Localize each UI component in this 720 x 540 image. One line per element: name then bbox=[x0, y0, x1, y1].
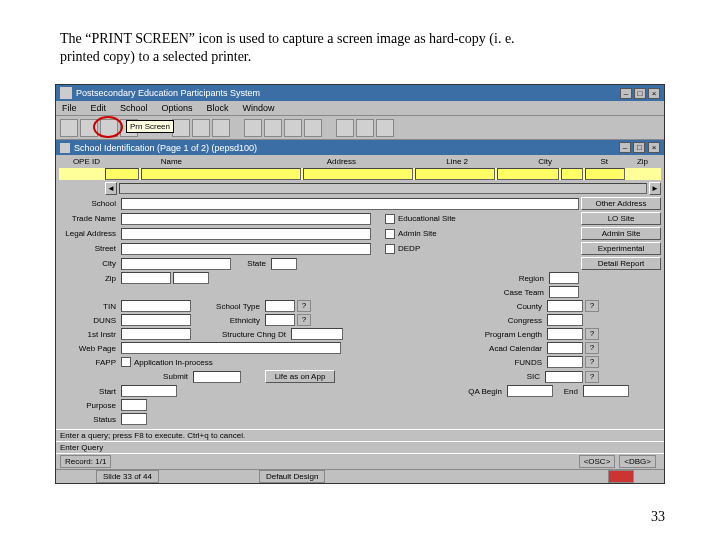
field-qa-begin[interactable] bbox=[507, 385, 553, 397]
field-street2[interactable] bbox=[121, 243, 371, 255]
label-school: School bbox=[59, 199, 119, 208]
toolbar-button-7[interactable] bbox=[212, 119, 230, 137]
app-window: Postsecondary Education Participants Sys… bbox=[55, 84, 665, 484]
menu-edit[interactable]: Edit bbox=[91, 103, 107, 113]
highlight-oval bbox=[93, 116, 123, 138]
experimental-button[interactable]: Experimental bbox=[581, 242, 661, 255]
toolbar-button-14[interactable] bbox=[376, 119, 394, 137]
child-titlebar: School Identification (Page 1 of 2) (pep… bbox=[56, 140, 664, 155]
taskbar: Slide 33 of 44 Default Design bbox=[56, 469, 664, 483]
field-street[interactable] bbox=[121, 228, 371, 240]
checkbox-educational-site[interactable]: Educational Site bbox=[385, 214, 456, 224]
field-region[interactable] bbox=[549, 272, 579, 284]
titlebar: Postsecondary Education Participants Sys… bbox=[56, 85, 664, 101]
lo-site-button[interactable]: LO Site bbox=[581, 212, 661, 225]
other-address-button[interactable]: Other Address bbox=[581, 197, 661, 210]
caption-line1: The “PRINT SCREEN” icon is used to captu… bbox=[60, 31, 515, 46]
label-tin: TIN bbox=[59, 302, 119, 311]
admin-site-button[interactable]: Admin Site bbox=[581, 227, 661, 240]
label-legal-address: Legal Address bbox=[59, 230, 119, 238]
toolbar-button-8[interactable] bbox=[244, 119, 262, 137]
field-st[interactable] bbox=[561, 168, 583, 180]
caption-line2: printed copy) to a selected printer. bbox=[60, 49, 251, 64]
menu-school[interactable]: School bbox=[120, 103, 148, 113]
field-purpose[interactable] bbox=[121, 399, 147, 411]
field-school-type[interactable] bbox=[265, 300, 295, 312]
label-structure-chng: Structure Chng Dt bbox=[193, 330, 289, 339]
field-duns[interactable] bbox=[121, 314, 191, 326]
field-funds[interactable] bbox=[547, 356, 583, 368]
field-program-length[interactable] bbox=[547, 328, 583, 340]
help-program-length[interactable]: ? bbox=[585, 328, 599, 340]
menu-block[interactable]: Block bbox=[207, 103, 229, 113]
checkbox-dedp[interactable]: DEDP bbox=[385, 244, 420, 254]
field-address[interactable] bbox=[303, 168, 413, 180]
field-county[interactable] bbox=[547, 300, 583, 312]
label-end: End bbox=[555, 387, 581, 396]
field-name[interactable] bbox=[141, 168, 301, 180]
print-screen-button[interactable] bbox=[100, 119, 118, 137]
label-program-length: Program Length bbox=[465, 330, 545, 339]
field-acad-calendar[interactable] bbox=[547, 342, 583, 354]
field-first-instr[interactable] bbox=[121, 328, 191, 340]
field-city-hdr[interactable] bbox=[497, 168, 559, 180]
help-acad-calendar[interactable]: ? bbox=[585, 342, 599, 354]
toolbar-button-11[interactable] bbox=[304, 119, 322, 137]
label-address: Address bbox=[309, 157, 359, 166]
field-trade-name[interactable] bbox=[121, 213, 371, 225]
checkbox-admin-site[interactable]: Admin Site bbox=[385, 229, 437, 239]
toolbar-button-10[interactable] bbox=[284, 119, 302, 137]
toolbar-button-6[interactable] bbox=[192, 119, 210, 137]
child-maximize-button[interactable]: □ bbox=[633, 142, 645, 153]
field-start[interactable] bbox=[121, 385, 177, 397]
status-dbg: <DBG> bbox=[619, 455, 656, 468]
field-school[interactable] bbox=[121, 198, 579, 210]
child-close-button[interactable]: × bbox=[648, 142, 660, 153]
label-sic: SIC bbox=[503, 372, 543, 381]
field-zip-ext[interactable] bbox=[173, 272, 209, 284]
field-congress[interactable] bbox=[547, 314, 583, 326]
field-status[interactable] bbox=[121, 413, 147, 425]
scrollbar[interactable] bbox=[119, 183, 647, 194]
field-structure-chng[interactable] bbox=[291, 328, 343, 340]
menu-options[interactable]: Options bbox=[162, 103, 193, 113]
detail-report-button[interactable]: Detail Report bbox=[581, 257, 661, 270]
life-as-on-app-button[interactable]: Life as on App bbox=[265, 370, 335, 383]
field-city[interactable] bbox=[121, 258, 231, 270]
menu-window[interactable]: Window bbox=[243, 103, 275, 113]
help-county[interactable]: ? bbox=[585, 300, 599, 312]
field-end[interactable] bbox=[583, 385, 629, 397]
field-ethnicity[interactable] bbox=[265, 314, 295, 326]
field-zip[interactable] bbox=[121, 272, 171, 284]
field-case-team[interactable] bbox=[549, 286, 579, 298]
help-school-type[interactable]: ? bbox=[297, 300, 311, 312]
checkbox-app-inprocess[interactable]: Application In-process bbox=[121, 357, 213, 367]
field-tin[interactable] bbox=[121, 300, 191, 312]
toolbar-button-13[interactable] bbox=[356, 119, 374, 137]
label-duns: DUNS bbox=[59, 316, 119, 325]
scroll-right-button[interactable]: ► bbox=[649, 182, 661, 195]
help-sic[interactable]: ? bbox=[585, 371, 599, 383]
statusbar-hint2: Enter Query bbox=[56, 441, 664, 453]
field-sic[interactable] bbox=[545, 371, 583, 383]
field-zip-hdr[interactable] bbox=[585, 168, 625, 180]
field-line2[interactable] bbox=[415, 168, 495, 180]
toolbar-button-9[interactable] bbox=[264, 119, 282, 137]
help-ethnicity[interactable]: ? bbox=[297, 314, 311, 326]
field-submit[interactable] bbox=[193, 371, 241, 383]
label-submit: Submit bbox=[151, 372, 191, 381]
toolbar-button-1[interactable] bbox=[60, 119, 78, 137]
field-ope-id[interactable] bbox=[105, 168, 139, 180]
label-congress: Congress bbox=[485, 316, 545, 325]
close-button[interactable]: × bbox=[648, 88, 660, 99]
maximize-button[interactable]: □ bbox=[634, 88, 646, 99]
field-web-page[interactable] bbox=[121, 342, 341, 354]
field-state[interactable] bbox=[271, 258, 297, 270]
menu-file[interactable]: File bbox=[62, 103, 77, 113]
minimize-button[interactable]: – bbox=[620, 88, 632, 99]
toolbar-button-5[interactable] bbox=[172, 119, 190, 137]
scroll-left-button[interactable]: ◄ bbox=[105, 182, 117, 195]
toolbar-button-12[interactable] bbox=[336, 119, 354, 137]
help-funds[interactable]: ? bbox=[585, 356, 599, 368]
child-minimize-button[interactable]: – bbox=[619, 142, 631, 153]
